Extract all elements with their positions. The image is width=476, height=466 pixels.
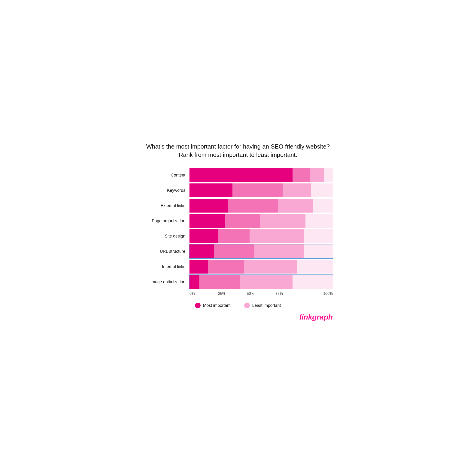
- legend-dot-most: [195, 303, 201, 308]
- bar-label: Internal links: [143, 264, 189, 269]
- bar-row: Page organization: [143, 214, 333, 228]
- legend: Most important Least important: [143, 303, 333, 308]
- bar-row: Keywords: [143, 184, 333, 197]
- legend-dot-least: [244, 303, 250, 308]
- legend-item-least: Least important: [244, 303, 281, 308]
- bar-row: URL structure: [143, 245, 333, 258]
- bar-segment: [297, 260, 333, 274]
- bar-label: Image optimization: [143, 280, 189, 284]
- bar-track: [189, 245, 333, 258]
- bar-segment: [240, 275, 292, 289]
- bar-track: [189, 214, 333, 228]
- bar-label: Site design: [143, 234, 189, 239]
- bar-label: URL structure: [143, 249, 189, 254]
- bar-segment: [189, 260, 208, 274]
- bar-segment: [250, 229, 304, 243]
- bar-segment: [260, 214, 305, 228]
- bar-segment: [189, 184, 232, 197]
- bar-track: [189, 229, 333, 243]
- bar-row: Internal links: [143, 260, 333, 274]
- bar-row: Site design: [143, 229, 333, 243]
- x-axis: 0%25%50%75%100%: [189, 290, 333, 296]
- bar-segment: [313, 199, 333, 212]
- bar-track: [189, 260, 333, 274]
- bar-label: External links: [143, 203, 189, 208]
- bar-segment: [189, 199, 228, 212]
- bar-segment: [244, 260, 297, 274]
- branding: linkgraph: [143, 313, 333, 321]
- bar-row: Content: [143, 168, 333, 182]
- bar-segment: [189, 229, 218, 243]
- bar-track: [189, 184, 333, 197]
- bar-segment: [254, 245, 304, 258]
- bar-label: Content: [143, 173, 189, 178]
- bar-segment: [228, 199, 278, 212]
- chart-area: ContentKeywordsExternal linksPage organi…: [143, 168, 333, 290]
- bar-track: [189, 168, 333, 182]
- bar-segment: [292, 168, 310, 182]
- x-axis-label: 100%: [304, 291, 333, 296]
- bar-segment: [292, 275, 333, 289]
- bar-track: [189, 199, 333, 212]
- bar-segment: [189, 245, 214, 258]
- bar-segment: [304, 245, 333, 258]
- chart-container: What’s the most important factor for hav…: [134, 133, 342, 333]
- bar-segment: [232, 184, 283, 197]
- bar-segment: [283, 184, 311, 197]
- bar-segment: [225, 214, 260, 228]
- bar-segment: [324, 168, 333, 182]
- x-axis-label: 0%: [189, 291, 218, 296]
- x-axis-label: 75%: [275, 291, 304, 296]
- bar-row: Image optimization: [143, 275, 333, 289]
- bar-segment: [311, 184, 333, 197]
- bar-segment: [189, 275, 199, 289]
- bar-track: [189, 275, 333, 289]
- bar-segment: [189, 214, 225, 228]
- chart-title: What’s the most important factor for hav…: [143, 142, 333, 159]
- legend-label-most: Most important: [203, 303, 230, 308]
- bar-segment: [214, 245, 254, 258]
- bar-segment: [189, 168, 292, 182]
- bar-row: External links: [143, 199, 333, 212]
- bar-segment: [218, 229, 250, 243]
- x-axis-label: 50%: [247, 291, 275, 296]
- bar-segment: [310, 168, 324, 182]
- bar-segment: [305, 214, 333, 228]
- bar-segment: [208, 260, 244, 274]
- legend-item-most: Most important: [195, 303, 230, 308]
- bar-label: Page organization: [143, 219, 189, 223]
- x-axis-label: 25%: [218, 291, 247, 296]
- bar-label: Keywords: [143, 188, 189, 193]
- bar-segment: [278, 199, 313, 212]
- bar-segment: [304, 229, 333, 243]
- bar-segment: [199, 275, 240, 289]
- legend-label-least: Least important: [252, 303, 281, 308]
